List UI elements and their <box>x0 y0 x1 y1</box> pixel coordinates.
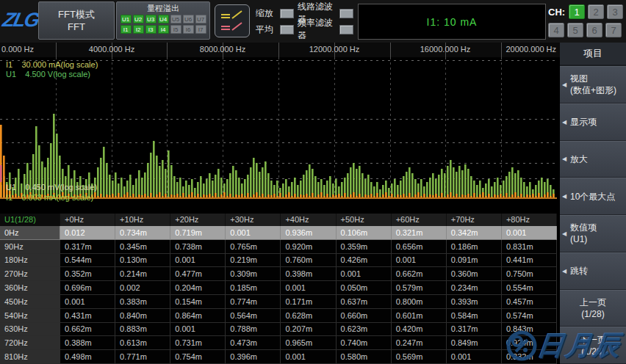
table-cell: 0.734m <box>115 226 170 240</box>
axis-tick <box>501 43 502 57</box>
table-cell: 0.800m <box>392 295 447 309</box>
table-cell: 0.719m <box>170 226 226 240</box>
table-cell: 0.613m <box>115 336 170 350</box>
table-row[interactable]: 540Hz0.431m0.840m0.864m0.564m0.628m0.660… <box>0 309 557 323</box>
fft-sub-label: FFT <box>68 22 85 32</box>
table-row[interactable]: 810Hz0.498m0.771m0.754m0.396m0.0010.580m… <box>0 350 557 364</box>
table-cell: 0.234m <box>447 281 502 295</box>
column-header: +0Hz <box>60 214 115 226</box>
table-cell: 0.883m <box>115 323 170 337</box>
table-cell: 0.342m <box>447 226 502 240</box>
table-cell: 0.001 <box>170 323 226 337</box>
table-cell: 0.569m <box>392 350 447 364</box>
channel-button-4[interactable]: 4 <box>548 23 564 37</box>
sidebar-item-line1: 10个最大点 <box>570 191 615 203</box>
table-row[interactable]: 90Hz0.317m0.345m0.738m0.765m0.920m0.359m… <box>0 240 557 254</box>
overflow-indicator-u2: U2 <box>133 15 144 23</box>
row-label: 810Hz <box>0 350 60 364</box>
axis-tick <box>278 43 279 57</box>
axis-tick-label: 20000.000 Hz <box>506 45 557 54</box>
table-cell: 0.321m <box>392 226 447 240</box>
sidebar-item-line1: 跳转 <box>570 265 588 277</box>
sidebar-item-next-page[interactable]: 下一页(1/28) <box>560 327 626 364</box>
sidebar-item-prev-page[interactable]: 上一页(1/28) <box>560 290 626 327</box>
table-row[interactable]: 180Hz0.544m0.130m0.0010.219m0.760m0.426m… <box>0 254 557 268</box>
axis-tick <box>56 43 57 57</box>
table-cell: 0.171m <box>281 295 336 309</box>
chevron-left-icon: ◀ <box>562 81 566 88</box>
axis-tick-label: 16000.000 Hz <box>420 45 471 54</box>
toggle-label: 频率滤波器 <box>298 17 336 42</box>
channel-label: CH: <box>548 7 565 18</box>
table-cell: 0.554m <box>502 281 557 295</box>
sidebar-item-label: 放大 <box>570 153 588 165</box>
wiring-diagram-button[interactable] <box>215 4 250 37</box>
overflow-indicator-i7: I7 <box>195 25 206 34</box>
channel-button-3[interactable]: 3 <box>607 4 623 19</box>
table-cell: 0.317m <box>447 323 502 337</box>
table-row[interactable]: 630Hz0.662m0.883m0.0010.788m0.207m0.623m… <box>0 323 557 337</box>
table-row[interactable]: 720Hz0.388m0.613m0.731m0.473m0.965m0.740… <box>0 336 557 350</box>
channel-selector: CH: 1234567 <box>548 4 625 40</box>
table-cell: 0.574m <box>502 309 557 323</box>
table-cell: 0.740m <box>337 336 392 350</box>
table-row[interactable]: 270Hz0.352m0.214m0.477m0.309m0.398m0.001… <box>0 267 557 281</box>
table-row[interactable]: 360Hz0.696m0.0020.204m0.185m0.0010.050m0… <box>0 281 557 295</box>
table-cell: 0.050m <box>337 281 392 295</box>
table-cell: 0.774m <box>226 295 281 309</box>
column-header: +80Hz <box>502 214 557 226</box>
checkbox-线路滤波器[interactable] <box>339 9 353 18</box>
channel-button-1[interactable]: 1 <box>569 4 585 19</box>
table-cell: 0.091m <box>447 254 502 268</box>
table-cell: 0.359m <box>337 240 392 254</box>
overflow-indicator-u1: U1 <box>120 15 132 23</box>
table-cell: 0.204m <box>170 281 226 295</box>
channel-button-2[interactable]: 2 <box>588 4 604 19</box>
table-cell: 0.750m <box>502 267 557 281</box>
table-cell: 0.130m <box>115 254 170 268</box>
axis-tick <box>390 43 391 57</box>
channel-button-6[interactable]: 6 <box>586 23 602 37</box>
sidebar-item-numeric-item[interactable]: ◀数值项(U1) <box>560 215 626 252</box>
column-header: +50Hz <box>337 214 392 226</box>
table-row[interactable]: 0Hz0.0120.734m0.719m0.0010.936m0.106m0.3… <box>0 226 557 240</box>
table-cell: 0.584m <box>447 309 502 323</box>
table-cell: 0.001 <box>337 267 392 281</box>
channel-button-7[interactable]: 7 <box>605 23 622 37</box>
sidebar-item-view[interactable]: ◀视图(数值+图形) <box>560 66 626 103</box>
table-cell: 0.393m <box>447 295 502 309</box>
table-cell: 0.154m <box>170 295 226 309</box>
table-cell: 0.001 <box>170 254 226 268</box>
table-cell: 0.628m <box>281 309 336 323</box>
table-row[interactable]: 450Hz0.0010.383m0.154m0.774m0.171m0.637m… <box>0 295 557 309</box>
sidebar-item-zoom-in[interactable]: ◀放大 <box>560 141 626 178</box>
table-cell: 0.360m <box>447 267 502 281</box>
table-cell: 0.580m <box>337 350 392 364</box>
table-cell: 0.920m <box>281 240 336 254</box>
table-cell: 0.696m <box>60 281 115 295</box>
column-header: +10Hz <box>115 214 170 226</box>
sidebar-item-label: 跳转 <box>570 265 588 277</box>
table-cell: 0.352m <box>60 267 115 281</box>
checkbox-平均[interactable] <box>280 25 294 34</box>
voltage-overflow-indicators: U1U2U3U4U5U6U7 <box>117 15 209 23</box>
range-overflow-panel: 量程溢出 U1U2U3U4U5U6U7 I1I2I3I4I5I6I7 <box>116 1 210 40</box>
checkbox-频率滤波器[interactable] <box>339 25 353 34</box>
fft-mode-button[interactable]: FFT模式 FFT <box>38 1 115 40</box>
table-cell: 0.002 <box>115 281 170 295</box>
table-cell: 0.965m <box>281 336 336 350</box>
sidebar-item-display-items[interactable]: ◀显示项 <box>560 103 626 141</box>
scale-label-bottom-u1: U1 0.450 mV(log scale) <box>6 183 97 192</box>
sidebar-item-line2: (1/28) <box>560 346 626 357</box>
table-cell: 0.431m <box>60 309 115 323</box>
table-cell: 0.001 <box>502 226 557 240</box>
table-cell: 0.637m <box>337 295 392 309</box>
checkbox-缩放[interactable] <box>280 9 294 18</box>
table-cell: 0.219m <box>226 254 281 268</box>
channel-button-5[interactable]: 5 <box>567 23 583 37</box>
harmonics-table: U1(1/28)+0Hz+10Hz+20Hz+30Hz+40Hz+50Hz+60… <box>0 214 557 364</box>
sidebar-item-top10-points[interactable]: ◀10个最大点 <box>560 178 626 215</box>
sidebar-item-jump[interactable]: ◀跳转 <box>560 252 626 290</box>
table-cell: 0.001 <box>226 226 281 240</box>
column-header: +30Hz <box>226 214 281 226</box>
